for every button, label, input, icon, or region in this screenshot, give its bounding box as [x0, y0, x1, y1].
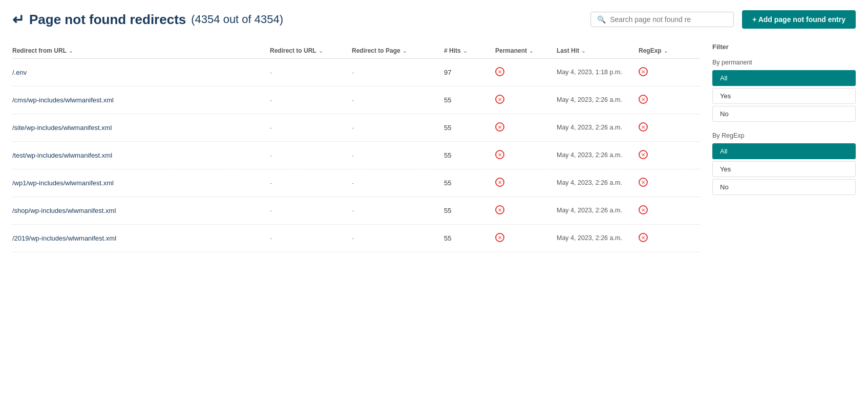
cell-hits: 55: [444, 179, 495, 187]
cell-regexp: [639, 178, 700, 188]
col-hits[interactable]: # Hits ⌄: [444, 47, 495, 54]
cell-to-page: -: [352, 179, 444, 187]
cell-to-url: -: [270, 96, 352, 104]
regexp-icon: [639, 233, 648, 242]
cell-from-url: /cms/wp-includes/wlwmanifest.xml: [12, 96, 270, 104]
permanent-icon: [495, 205, 504, 214]
by-permanent-label: By permanent: [712, 59, 856, 66]
cell-to-page: -: [352, 124, 444, 132]
cell-regexp: [639, 67, 700, 78]
table-row[interactable]: /shop/wp-includes/wlwmanifest.xml - - 55…: [12, 197, 700, 225]
col-regexp[interactable]: RegExp ⌄: [639, 47, 700, 54]
sort-arrow-last-hit: ⌄: [581, 48, 585, 54]
table-section: Redirect from URL ⌄ Redirect to URL ⌄ Re…: [12, 43, 700, 252]
cell-permanent: [495, 178, 557, 188]
filter-by-permanent: By permanent AllYesNo: [712, 59, 856, 122]
cell-to-page: -: [352, 207, 444, 214]
cell-last-hit: May 4, 2023, 2:26 a.m.: [557, 179, 639, 188]
cell-to-url: -: [270, 151, 352, 159]
permanent-icon: [495, 233, 504, 242]
page-header: ↵ Page not found redirects (4354 out of …: [12, 10, 856, 29]
cell-from-url: /wp1/wp-includes/wlwmanifest.xml: [12, 179, 270, 187]
table-row[interactable]: /site/wp-includes/wlwmanifest.xml - - 55…: [12, 114, 700, 142]
regexp-icon: [639, 205, 648, 214]
regexp-filter-all[interactable]: All: [712, 143, 856, 159]
cell-to-url: -: [270, 69, 352, 76]
cell-last-hit: May 4, 2023, 2:26 a.m.: [557, 234, 639, 243]
table-body: /.env - - 97 May 4, 2023, 1:18 p.m. /cms…: [12, 59, 700, 252]
search-box[interactable]: 🔍: [590, 12, 734, 27]
sidebar-filter: Filter By permanent AllYesNo By RegExp A…: [712, 43, 856, 252]
permanent-icon: [495, 95, 504, 104]
permanent-icon: [495, 178, 504, 187]
regexp-filter-no[interactable]: No: [712, 179, 856, 195]
permanent-filter-buttons: AllYesNo: [712, 70, 856, 122]
cell-last-hit: May 4, 2023, 2:26 a.m.: [557, 123, 639, 133]
header-left: ↵ Page not found redirects (4354 out of …: [12, 11, 582, 28]
regexp-icon: [639, 150, 648, 159]
sort-arrow-from-url: ⌄: [69, 48, 73, 54]
cell-permanent: [495, 95, 557, 105]
permanent-icon: [495, 67, 504, 76]
cell-from-url: /2019/wp-includes/wlwmanifest.xml: [12, 234, 270, 242]
cell-from-url: /test/wp-includes/wlwmanifest.xml: [12, 151, 270, 159]
permanent-filter-no[interactable]: No: [712, 106, 856, 122]
page-wrapper: ↵ Page not found redirects (4354 out of …: [0, 0, 868, 263]
cell-regexp: [639, 233, 700, 244]
cell-hits: 55: [444, 234, 495, 242]
page-title: Page not found redirects: [29, 12, 186, 28]
main-content: Redirect from URL ⌄ Redirect to URL ⌄ Re…: [12, 43, 856, 252]
cell-permanent: [495, 122, 557, 133]
permanent-filter-yes[interactable]: Yes: [712, 88, 856, 104]
col-permanent[interactable]: Permanent ⌄: [495, 47, 557, 54]
filter-label: Filter: [712, 43, 856, 53]
sort-arrow-to-url: ⌄: [319, 48, 323, 54]
cell-to-url: -: [270, 234, 352, 242]
cell-hits: 55: [444, 124, 495, 132]
regexp-icon: [639, 122, 648, 132]
cell-regexp: [639, 122, 700, 133]
col-redirect-to-page[interactable]: Redirect to Page ⌄: [352, 47, 444, 54]
cell-to-page: -: [352, 151, 444, 159]
table-row[interactable]: /.env - - 97 May 4, 2023, 1:18 p.m.: [12, 59, 700, 86]
permanent-filter-all[interactable]: All: [712, 70, 856, 86]
cell-regexp: [639, 150, 700, 161]
cell-last-hit: May 4, 2023, 2:26 a.m.: [557, 96, 639, 105]
cell-permanent: [495, 233, 557, 244]
cell-regexp: [639, 205, 700, 216]
cell-to-page: -: [352, 96, 444, 104]
cell-from-url: /shop/wp-includes/wlwmanifest.xml: [12, 207, 270, 214]
cell-to-url: -: [270, 207, 352, 214]
regexp-filter-buttons: AllYesNo: [712, 143, 856, 195]
page-count: (4354 out of 4354): [191, 13, 283, 26]
cell-to-url: -: [270, 124, 352, 132]
search-input[interactable]: [610, 15, 727, 24]
sort-arrow-regexp: ⌄: [664, 48, 668, 54]
col-last-hit[interactable]: Last Hit ⌄: [557, 47, 639, 54]
col-redirect-from-url[interactable]: Redirect from URL ⌄: [12, 47, 270, 54]
sort-arrow-permanent: ⌄: [529, 48, 533, 54]
cell-last-hit: May 4, 2023, 1:18 p.m.: [557, 68, 639, 77]
col-redirect-to-url[interactable]: Redirect to URL ⌄: [270, 47, 352, 54]
redirect-icon: ↵: [12, 11, 24, 28]
sort-arrow-to-page: ⌄: [403, 48, 407, 54]
filter-by-regexp: By RegExp AllYesNo: [712, 132, 856, 195]
sort-arrow-hits: ⌄: [463, 48, 467, 54]
cell-permanent: [495, 150, 557, 161]
cell-hits: 55: [444, 207, 495, 214]
add-entry-button[interactable]: + Add page not found entry: [742, 10, 856, 29]
regexp-icon: [639, 67, 648, 76]
cell-permanent: [495, 67, 557, 78]
table-row[interactable]: /test/wp-includes/wlwmanifest.xml - - 55…: [12, 142, 700, 169]
search-icon: 🔍: [597, 15, 606, 24]
regexp-filter-yes[interactable]: Yes: [712, 161, 856, 177]
table-row[interactable]: /2019/wp-includes/wlwmanifest.xml - - 55…: [12, 225, 700, 252]
cell-to-page: -: [352, 69, 444, 76]
cell-hits: 97: [444, 69, 495, 76]
cell-to-page: -: [352, 234, 444, 242]
table-header: Redirect from URL ⌄ Redirect to URL ⌄ Re…: [12, 43, 700, 59]
cell-permanent: [495, 205, 557, 216]
table-row[interactable]: /cms/wp-includes/wlwmanifest.xml - - 55 …: [12, 86, 700, 114]
cell-hits: 55: [444, 151, 495, 159]
table-row[interactable]: /wp1/wp-includes/wlwmanifest.xml - - 55 …: [12, 169, 700, 197]
